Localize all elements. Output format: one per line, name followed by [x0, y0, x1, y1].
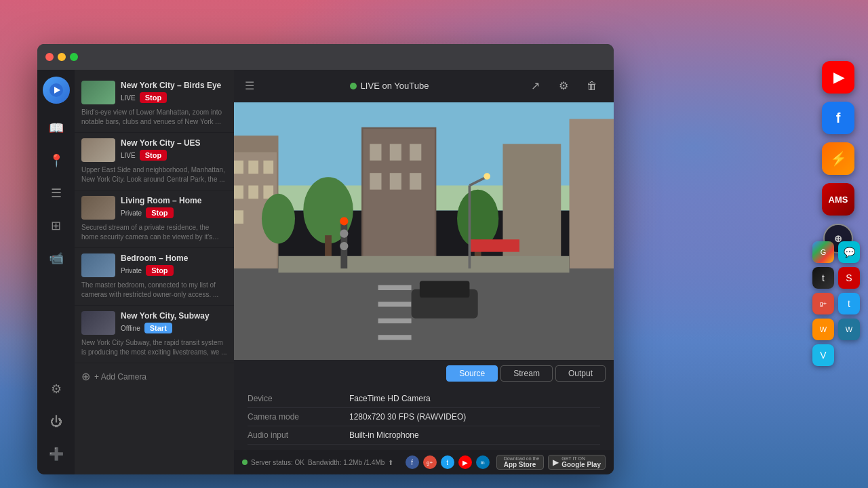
svg-rect-32	[378, 285, 412, 290]
social-gplus[interactable]: g+	[423, 455, 437, 469]
bandwidth-text: Bandwidth: 1.2Mb /1.4Mb	[308, 459, 384, 466]
social-icons: f g+ t ▶ in	[406, 455, 490, 469]
bottom-panel: Source Stream Output Device FaceTime HD …	[234, 360, 614, 450]
camera-status-2: Private	[121, 209, 142, 217]
ams-icon: AMS	[829, 195, 848, 205]
camera-stop-btn-0[interactable]: Stop	[140, 92, 167, 103]
share-button[interactable]: ↗	[524, 75, 546, 97]
svg-rect-23	[410, 173, 421, 190]
camera-start-btn-4[interactable]: Start	[144, 323, 172, 333]
audio-input-row: Audio input Built-in Microphone	[248, 426, 600, 445]
camera-item-0[interactable]: New York City – Birds Eye LIVE Stop Bird…	[75, 75, 234, 133]
svg-rect-8	[248, 161, 258, 174]
vimeo-mini-icon: V	[820, 350, 826, 361]
sidebar-icon-grid[interactable]: ⊞	[43, 212, 70, 239]
camera-desc-0: Bird's-eye view of Lower Manhattan, zoom…	[81, 108, 227, 127]
mini-dock-tumblr[interactable]: t	[812, 267, 834, 289]
add-camera-label: + Add Camera	[94, 372, 146, 382]
camera-desc-4: New York City Subway, the rapid transit …	[81, 338, 227, 357]
mini-dock-stumble[interactable]: S	[838, 267, 860, 289]
right-dock: ▶ f ⚡ AMS ⊕	[822, 61, 854, 253]
live-indicator: LIVE on YouTube	[350, 81, 429, 91]
server-status: Server status: OK Bandwidth: 1.2Mb /1.4M…	[242, 459, 399, 466]
settings-button[interactable]: ⚙	[553, 75, 574, 97]
server-status-text: Server status: OK	[251, 459, 304, 466]
device-row: Device FaceTime HD Camera	[248, 390, 600, 408]
youtube-icon: ▶	[833, 69, 844, 85]
camera-mode-row: Camera mode 868x488 30 FPS (RAWVIDEO)	[248, 408, 600, 426]
svg-rect-7	[234, 161, 243, 174]
social-twitter[interactable]: t	[441, 455, 454, 469]
mini-dock-chat[interactable]: 💬	[838, 241, 860, 263]
camera-mode-label: Camera mode	[248, 412, 349, 422]
camera-item-4[interactable]: New York City, Subway Offline Start New …	[75, 306, 234, 363]
sidebar-icon-settings[interactable]: ⚙	[43, 375, 70, 403]
social-youtube[interactable]: ▶	[458, 455, 472, 469]
svg-point-28	[457, 190, 498, 248]
sidebar-icon-power[interactable]: ⏻	[43, 408, 70, 435]
sidebar-icon-book[interactable]: 📖	[43, 115, 70, 142]
app-body: 📖 📍 ☰ ⊞ 📹 ⚙ ⏻ ➕	[37, 70, 614, 474]
sidebar-icon-list[interactable]: ☰	[43, 180, 70, 207]
wordpress-mini-icon: W	[846, 325, 852, 333]
camera-thumb-1	[81, 138, 115, 162]
add-camera-button[interactable]: ⊕ + Add Camera	[75, 363, 234, 390]
bandwidth-icon: ⬆	[388, 459, 393, 466]
delete-button[interactable]: 🗑	[581, 75, 603, 97]
minimize-button[interactable]	[58, 53, 66, 61]
camera-item-2[interactable]: Living Room – Home Private Stop Secured …	[75, 190, 234, 248]
mini-dock-gplus[interactable]: g+	[812, 293, 834, 314]
top-bar: ☰ LIVE on YouTube ↗ ⚙ 🗑	[234, 70, 614, 102]
mini-dock-twitter[interactable]: t	[838, 293, 860, 314]
facebook-icon: f	[836, 110, 841, 126]
svg-rect-18	[370, 144, 381, 161]
svg-point-46	[484, 173, 490, 180]
svg-rect-15	[234, 210, 243, 224]
mini-dock-orange[interactable]: W	[812, 319, 834, 340]
camera-thumb-3	[81, 253, 115, 277]
mini-dock-vimeo[interactable]: V	[812, 344, 834, 366]
app-footer: Server status: OK Bandwidth: 1.2Mb /1.4M…	[234, 450, 614, 474]
mini-dock-google[interactable]: G	[812, 241, 834, 263]
traffic-lights	[45, 53, 78, 61]
camera-stop-btn-2[interactable]: Stop	[146, 207, 173, 218]
camera-desc-1: Upper East Side and neighborhood, Manhat…	[81, 165, 227, 184]
street-scene-svg	[234, 102, 614, 360]
svg-rect-11	[234, 186, 243, 199]
social-facebook[interactable]: f	[406, 455, 419, 469]
tab-source[interactable]: Source	[446, 365, 498, 382]
camera-stop-btn-3[interactable]: Stop	[146, 265, 173, 276]
maximize-button[interactable]	[70, 53, 78, 61]
sidebar-icon-location[interactable]: 📍	[43, 147, 70, 174]
camera-stop-btn-1[interactable]: Stop	[140, 150, 167, 161]
camera-thumb-2	[81, 196, 115, 220]
camera-item-3[interactable]: Bedroom – Home Private Stop The master b…	[75, 248, 234, 306]
svg-rect-36	[278, 256, 569, 273]
settings-icon: ⚙	[559, 79, 568, 92]
app-logo	[43, 77, 70, 104]
dock-icon-lightning[interactable]: ⚡	[822, 142, 854, 175]
stumble-mini-icon: S	[846, 272, 852, 283]
tab-output[interactable]: Output	[555, 365, 606, 382]
tab-stream[interactable]: Stream	[500, 365, 553, 382]
svg-rect-33	[378, 302, 412, 306]
video-preview	[234, 102, 614, 360]
camera-item-1[interactable]: New York City – UES LIVE Stop Upper East…	[75, 133, 234, 190]
mini-dock-wordpress[interactable]: W	[838, 319, 860, 340]
app-store-badge[interactable]: Download on the App Store	[496, 455, 545, 470]
play-icon: ▶	[553, 458, 559, 467]
social-linkedin[interactable]: in	[476, 455, 490, 469]
svg-rect-34	[378, 319, 412, 323]
sidebar-icon-video[interactable]: 📹	[43, 245, 70, 272]
close-button[interactable]	[45, 53, 54, 61]
svg-rect-21	[370, 173, 381, 190]
camera-status-1: LIVE	[121, 152, 136, 159]
google-play-badge[interactable]: ▶ GET IT ON Google Play	[548, 455, 606, 470]
top-bar-actions: ↗ ⚙ 🗑	[524, 75, 603, 97]
sidebar-icon-add[interactable]: ➕	[43, 441, 70, 468]
camera-status-0: LIVE	[121, 94, 136, 102]
dock-icon-facebook[interactable]: f	[822, 102, 854, 134]
dock-icon-ams[interactable]: AMS	[822, 183, 854, 216]
menu-icon[interactable]: ☰	[245, 79, 254, 92]
dock-icon-youtube[interactable]: ▶	[822, 61, 854, 94]
